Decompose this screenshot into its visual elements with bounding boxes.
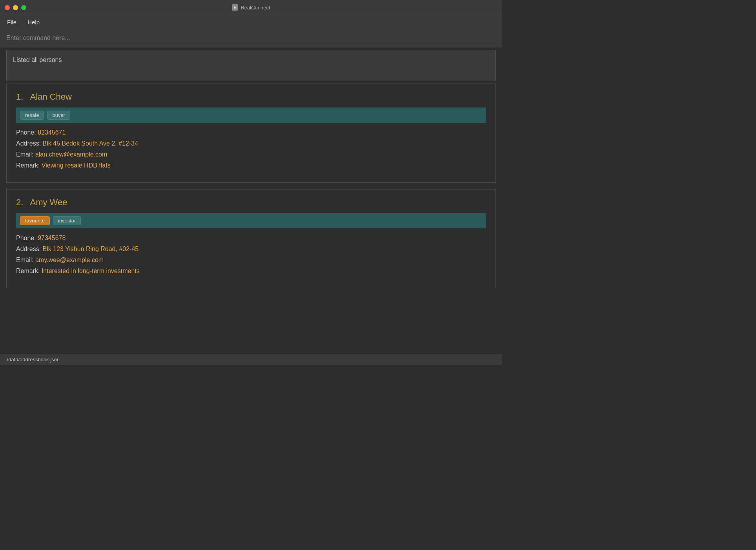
maximize-button[interactable] bbox=[21, 5, 26, 10]
person-1-name: 1. Alan Chew bbox=[16, 92, 486, 102]
person-card-1: 1. Alan Chew resale buyer Phone: 8234567… bbox=[6, 84, 496, 183]
command-input[interactable] bbox=[6, 32, 496, 44]
person-2-tags-bar: favourite investor bbox=[16, 213, 486, 228]
person-2-email: Email: amy.wee@example.com bbox=[16, 257, 486, 264]
address-label: Address: bbox=[16, 140, 41, 147]
person-2-remark: Remark: Interested in long-term investme… bbox=[16, 268, 486, 275]
phone-label: Phone: bbox=[16, 129, 36, 136]
menu-bar: File Help bbox=[0, 15, 502, 29]
window-title: R RealConnect bbox=[232, 4, 270, 11]
person-2-name: 2. Amy Wee bbox=[16, 197, 486, 208]
person-1-number: 1. bbox=[16, 92, 23, 102]
person-2-name-text: Amy Wee bbox=[30, 197, 67, 207]
window-controls bbox=[5, 5, 26, 10]
minimize-button[interactable] bbox=[13, 5, 18, 10]
email-label-2: Email: bbox=[16, 257, 33, 263]
persons-list: 1. Alan Chew resale buyer Phone: 8234567… bbox=[0, 84, 502, 354]
close-button[interactable] bbox=[5, 5, 10, 10]
person-1-address-value: Blk 45 Bedok South Ave 2, #12-34 bbox=[43, 140, 138, 147]
person-2-number: 2. bbox=[16, 197, 23, 207]
person-1-address: Address: Blk 45 Bedok South Ave 2, #12-3… bbox=[16, 140, 486, 147]
email-label: Email: bbox=[16, 151, 33, 158]
person-1-email-value: alan.chew@example.com bbox=[35, 151, 107, 158]
remark-label: Remark: bbox=[16, 162, 40, 169]
person-2-address-value: Blk 123 Yishun Ring Road, #02-45 bbox=[43, 246, 139, 252]
command-bar bbox=[0, 29, 502, 47]
result-box: Listed all persons bbox=[6, 50, 496, 81]
person-1-phone-value: 82345671 bbox=[38, 129, 66, 136]
person-2-phone: Phone: 97345678 bbox=[16, 235, 486, 242]
person-1-email: Email: alan.chew@example.com bbox=[16, 151, 486, 158]
person-1-remark: Remark: Viewing resale HDB flats bbox=[16, 162, 486, 169]
person-card-2: 2. Amy Wee favourite investor Phone: 973… bbox=[6, 189, 496, 288]
person-2-tag-0: favourite bbox=[20, 216, 50, 225]
remark-label-2: Remark: bbox=[16, 268, 40, 274]
person-2-remark-value: Interested in long-term investments bbox=[42, 268, 140, 274]
result-text: Listed all persons bbox=[13, 56, 62, 63]
person-1-remark-value: Viewing resale HDB flats bbox=[42, 162, 111, 169]
person-2-tag-1: investor bbox=[53, 216, 81, 225]
address-label-2: Address: bbox=[16, 246, 41, 252]
menu-file[interactable]: File bbox=[5, 17, 19, 27]
person-1-tag-1: buyer bbox=[47, 111, 70, 120]
phone-label-2: Phone: bbox=[16, 235, 36, 241]
person-1-tag-0: resale bbox=[20, 111, 44, 120]
person-2-address: Address: Blk 123 Yishun Ring Road, #02-4… bbox=[16, 246, 486, 253]
status-text: ./data/addressbook.json bbox=[5, 357, 60, 362]
person-2-email-value: amy.wee@example.com bbox=[35, 257, 104, 263]
app-icon: R bbox=[232, 4, 238, 11]
person-1-phone: Phone: 82345671 bbox=[16, 129, 486, 136]
person-1-name-text: Alan Chew bbox=[30, 92, 71, 102]
app-title: RealConnect bbox=[240, 5, 270, 11]
person-2-phone-value: 97345678 bbox=[38, 235, 66, 241]
title-bar: R RealConnect bbox=[0, 0, 502, 15]
person-1-tags-bar: resale buyer bbox=[16, 107, 486, 123]
status-bar: ./data/addressbook.json bbox=[0, 354, 502, 365]
menu-help[interactable]: Help bbox=[25, 17, 42, 27]
